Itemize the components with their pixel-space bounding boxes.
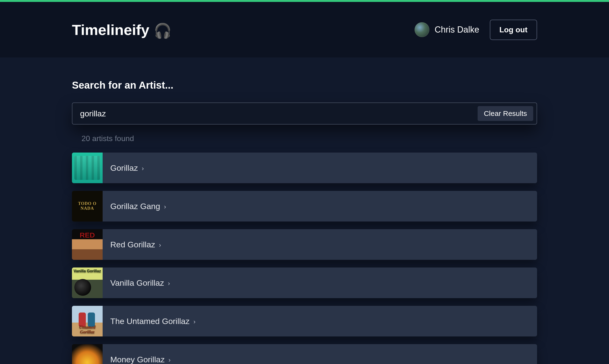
artist-name-text: Red Gorillaz [110, 240, 155, 249]
artist-name: Vanilla Gorillaz› [103, 278, 170, 288]
artist-thumbnail: RED [72, 229, 103, 260]
artist-name: Gorillaz Gang› [103, 202, 166, 211]
artist-name: The Untamed Gorillaz› [103, 317, 195, 326]
user-menu[interactable]: Chris Dalke [415, 22, 479, 37]
artist-thumbnail: TODO O NADA [72, 191, 103, 221]
artist-result[interactable]: TODO O NADAGorillaz Gang› [72, 191, 537, 221]
artist-result[interactable]: Money Gorillaz› [72, 344, 537, 364]
artist-name: Money Gorillaz› [103, 355, 170, 364]
accent-bar [0, 0, 609, 2]
search-input[interactable] [80, 109, 478, 118]
artist-thumbnail: Untamed Gorillaz [72, 306, 103, 337]
app-title-text: Timelineify [72, 21, 149, 38]
artist-thumbnail: Vanilla Gorillaz [72, 268, 103, 298]
artist-result[interactable]: Untamed GorillazThe Untamed Gorillaz› [72, 306, 537, 337]
artist-result[interactable]: Gorillaz› [72, 153, 537, 183]
artist-result[interactable]: Vanilla GorillazVanilla Gorillaz› [72, 268, 537, 298]
results-count: 20 artists found [72, 125, 537, 153]
logout-button[interactable]: Log out [490, 20, 537, 40]
artist-name: Gorillaz› [103, 163, 144, 173]
artist-name: Red Gorillaz› [103, 240, 161, 249]
search-heading: Search for an Artist... [72, 79, 537, 91]
chevron-right-icon: › [142, 165, 144, 172]
artist-thumbnail-label: TODO O NADA [72, 201, 103, 211]
headphones-icon: 🎧 [154, 22, 172, 39]
app-title[interactable]: Timelineify 🎧 [72, 21, 172, 38]
artist-name-text: Money Gorillaz [110, 355, 165, 364]
artist-thumbnail-label: Untamed Gorillaz [72, 325, 103, 335]
avatar [415, 22, 429, 37]
clear-results-button[interactable]: Clear Results [478, 106, 533, 121]
artist-name-text: The Untamed Gorillaz [110, 317, 190, 326]
search-row: Clear Results [72, 103, 537, 125]
chevron-right-icon: › [159, 241, 161, 249]
results-list: Gorillaz›TODO O NADAGorillaz Gang›REDRed… [72, 153, 537, 364]
artist-thumbnail [72, 153, 103, 183]
chevron-right-icon: › [194, 318, 196, 325]
chevron-right-icon: › [168, 356, 171, 364]
chevron-right-icon: › [168, 280, 170, 287]
chevron-right-icon: › [164, 203, 166, 210]
app-header: Timelineify 🎧 Chris Dalke Log out [0, 2, 609, 57]
artist-thumbnail-label: Vanilla Gorillaz [72, 269, 103, 273]
artist-thumbnail [72, 344, 103, 364]
artist-name-text: Vanilla Gorillaz [110, 278, 164, 288]
artist-name-text: Gorillaz Gang [110, 202, 160, 211]
user-name: Chris Dalke [435, 25, 479, 35]
artist-thumbnail-label: RED [72, 231, 103, 239]
main-content: Search for an Artist... Clear Results 20… [0, 57, 609, 364]
artist-name-text: Gorillaz [110, 163, 138, 173]
artist-result[interactable]: REDRed Gorillaz› [72, 229, 537, 260]
